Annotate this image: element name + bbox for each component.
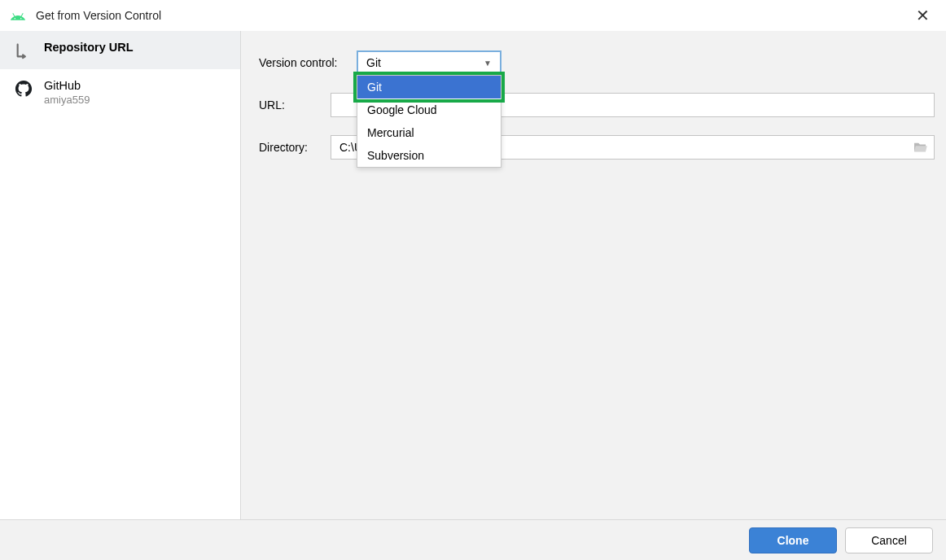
vcs-option-git[interactable]: Git xyxy=(357,76,501,98)
content-panel: Version control: Git ▼ Git Google Cloud … xyxy=(241,31,946,519)
main-area: Repository URL GitHub amiya559 Version c… xyxy=(0,31,946,519)
sidebar-item-label: Repository URL xyxy=(44,41,134,54)
vcs-option-google-cloud[interactable]: Google Cloud xyxy=(357,98,501,121)
chevron-down-icon: ▼ xyxy=(484,59,492,68)
vcs-option-subversion[interactable]: Subversion xyxy=(357,144,501,167)
footer: Clone Cancel xyxy=(0,519,946,560)
sidebar-item-github[interactable]: GitHub amiya559 xyxy=(0,69,240,116)
vcs-select-value: Git xyxy=(366,56,381,69)
vcs-select-wrap: Git ▼ Git Google Cloud Mercurial Subvers… xyxy=(357,50,501,75)
repo-url-icon xyxy=(15,42,33,59)
window-title: Get from Version Control xyxy=(36,9,909,22)
vcs-dropdown: Git Google Cloud Mercurial Subversion xyxy=(357,75,501,168)
titlebar: Get from Version Control ✕ xyxy=(0,0,946,31)
github-icon xyxy=(15,80,33,98)
sidebar-item-repository-url[interactable]: Repository URL xyxy=(0,31,240,69)
sidebar-item-label: GitHub xyxy=(44,79,90,92)
sidebar-item-sublabel: amiya559 xyxy=(44,94,90,106)
close-icon[interactable]: ✕ xyxy=(909,7,936,24)
vcs-select[interactable]: Git ▼ xyxy=(357,50,501,75)
android-icon xyxy=(10,10,26,21)
vcs-label: Version control: xyxy=(259,56,357,69)
cancel-button[interactable]: Cancel xyxy=(845,527,933,553)
svg-point-1 xyxy=(20,18,22,20)
directory-label: Directory: xyxy=(259,141,331,154)
url-label: URL: xyxy=(259,98,331,112)
sidebar: Repository URL GitHub amiya559 xyxy=(0,31,241,519)
vcs-option-mercurial[interactable]: Mercurial xyxy=(357,121,501,144)
clone-button[interactable]: Clone xyxy=(749,527,837,553)
vcs-row: Version control: Git ▼ Git Google Cloud … xyxy=(259,50,935,75)
svg-point-0 xyxy=(15,18,16,20)
folder-icon[interactable] xyxy=(913,142,927,153)
